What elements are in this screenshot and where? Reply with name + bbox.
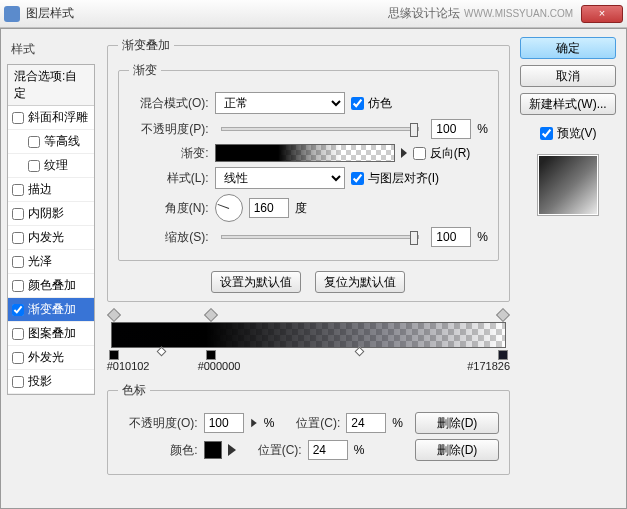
blend-mode-select[interactable]: 正常 <box>215 92 345 114</box>
gradient-label: 渐变: <box>129 145 209 162</box>
scale-input[interactable] <box>431 227 471 247</box>
position-input-1[interactable] <box>346 413 386 433</box>
position-input-2[interactable] <box>308 440 348 460</box>
new-style-button[interactable]: 新建样式(W)... <box>520 93 616 115</box>
dither-checkbox[interactable]: 仿色 <box>351 95 392 112</box>
stop-hex: #010102 <box>107 360 150 372</box>
sidebar-header: 样式 <box>7 39 95 60</box>
opacity-stop[interactable] <box>107 308 121 322</box>
preview-thumbnail <box>537 154 599 216</box>
sidebar-item[interactable]: 等高线 <box>8 130 94 154</box>
angle-input[interactable] <box>249 198 289 218</box>
gradient-track[interactable] <box>111 322 506 348</box>
style-select[interactable]: 线性 <box>215 167 345 189</box>
angle-dial[interactable] <box>215 194 243 222</box>
sidebar-item-label: 等高线 <box>44 133 80 150</box>
blend-mode-label: 混合模式(O): <box>129 95 209 112</box>
sidebar-item-label: 内发光 <box>28 229 64 246</box>
sidebar-item-label: 投影 <box>28 373 52 390</box>
gradient-editor[interactable]: #010102 #000000 #171826 <box>111 322 506 348</box>
style-label: 样式(L): <box>129 170 209 187</box>
reverse-checkbox[interactable]: 反向(R) <box>413 145 471 162</box>
stop-opacity-input[interactable] <box>204 413 244 433</box>
sidebar-item-label: 描边 <box>28 181 52 198</box>
opacity-stop[interactable] <box>203 308 217 322</box>
set-default-button[interactable]: 设置为默认值 <box>211 271 301 293</box>
sidebar-item[interactable]: 斜面和浮雕 <box>8 106 94 130</box>
opacity-input[interactable] <box>431 119 471 139</box>
opacity-stop[interactable] <box>496 308 510 322</box>
sub-title: 渐变 <box>129 62 161 79</box>
gradient-overlay-group: 渐变叠加 渐变 混合模式(O): 正常 仿色 不透明度(P): % <box>107 37 510 302</box>
sidebar-item[interactable]: 光泽 <box>8 250 94 274</box>
sidebar-item-label: 纹理 <box>44 157 68 174</box>
dropdown-icon[interactable] <box>251 419 257 427</box>
sidebar-item-label: 颜色叠加 <box>28 277 76 294</box>
sidebar-item[interactable]: 纹理 <box>8 154 94 178</box>
color-stop[interactable] <box>206 350 216 360</box>
group-title: 渐变叠加 <box>118 37 174 54</box>
watermark: 思缘设计论坛 WWW.MISSYUAN.COM <box>388 5 573 22</box>
sidebar-item-label: 内阴影 <box>28 205 64 222</box>
color-swatch[interactable] <box>204 441 222 459</box>
scale-label: 缩放(S): <box>129 229 209 246</box>
stop-hex: #000000 <box>198 360 241 372</box>
gradient-picker[interactable] <box>215 144 395 162</box>
align-checkbox[interactable]: 与图层对齐(I) <box>351 170 439 187</box>
sidebar-item-label: 外发光 <box>28 349 64 366</box>
sidebar: 样式 混合选项:自定 斜面和浮雕等高线纹理描边内阴影内发光光泽颜色叠加渐变叠加图… <box>1 29 101 508</box>
position-label: 位置(C): <box>242 442 302 459</box>
sidebar-item[interactable]: 内阴影 <box>8 202 94 226</box>
sidebar-item[interactable]: 投影 <box>8 370 94 394</box>
preview-checkbox[interactable]: 预览(V) <box>520 125 616 142</box>
style-list: 混合选项:自定 斜面和浮雕等高线纹理描边内阴影内发光光泽颜色叠加渐变叠加图案叠加… <box>7 64 95 395</box>
stop-opacity-label: 不透明度(O): <box>118 415 198 432</box>
angle-label: 角度(N): <box>129 200 209 217</box>
sidebar-item[interactable]: 颜色叠加 <box>8 274 94 298</box>
reset-default-button[interactable]: 复位为默认值 <box>315 271 405 293</box>
sidebar-item-label: 光泽 <box>28 253 52 270</box>
sidebar-item[interactable]: 图案叠加 <box>8 322 94 346</box>
titlebar: 图层样式 思缘设计论坛 WWW.MISSYUAN.COM × <box>0 0 627 28</box>
midpoint-icon[interactable] <box>354 347 364 357</box>
sidebar-item[interactable]: 外发光 <box>8 346 94 370</box>
color-stop[interactable] <box>498 350 508 360</box>
gradient-sub-group: 渐变 混合模式(O): 正常 仿色 不透明度(P): % 渐变: <box>118 62 499 261</box>
gradient-dropdown-icon[interactable] <box>401 148 407 158</box>
blend-options-header[interactable]: 混合选项:自定 <box>8 65 94 106</box>
color-dropdown-icon[interactable] <box>228 444 236 456</box>
sidebar-item[interactable]: 描边 <box>8 178 94 202</box>
stop-hex: #171826 <box>467 360 510 372</box>
scale-slider[interactable] <box>221 235 420 239</box>
midpoint-icon[interactable] <box>157 347 167 357</box>
position-label: 位置(C): <box>280 415 340 432</box>
ok-button[interactable]: 确定 <box>520 37 616 59</box>
sidebar-item-label: 渐变叠加 <box>28 301 76 318</box>
sidebar-item-label: 斜面和浮雕 <box>28 109 88 126</box>
sidebar-item[interactable]: 渐变叠加 <box>8 298 94 322</box>
sidebar-item[interactable]: 内发光 <box>8 226 94 250</box>
stops-group: 色标 不透明度(O): % 位置(C): % 删除(D) 颜色: 位置(C <box>107 382 510 475</box>
delete-stop-button[interactable]: 删除(D) <box>415 412 499 434</box>
color-label: 颜色: <box>118 442 198 459</box>
opacity-slider[interactable] <box>221 127 420 131</box>
sidebar-item-label: 图案叠加 <box>28 325 76 342</box>
close-button[interactable]: × <box>581 5 623 23</box>
app-icon <box>4 6 20 22</box>
window-title: 图层样式 <box>26 5 388 22</box>
color-stop[interactable] <box>109 350 119 360</box>
opacity-label: 不透明度(P): <box>129 121 209 138</box>
cancel-button[interactable]: 取消 <box>520 65 616 87</box>
delete-color-button[interactable]: 删除(D) <box>415 439 499 461</box>
